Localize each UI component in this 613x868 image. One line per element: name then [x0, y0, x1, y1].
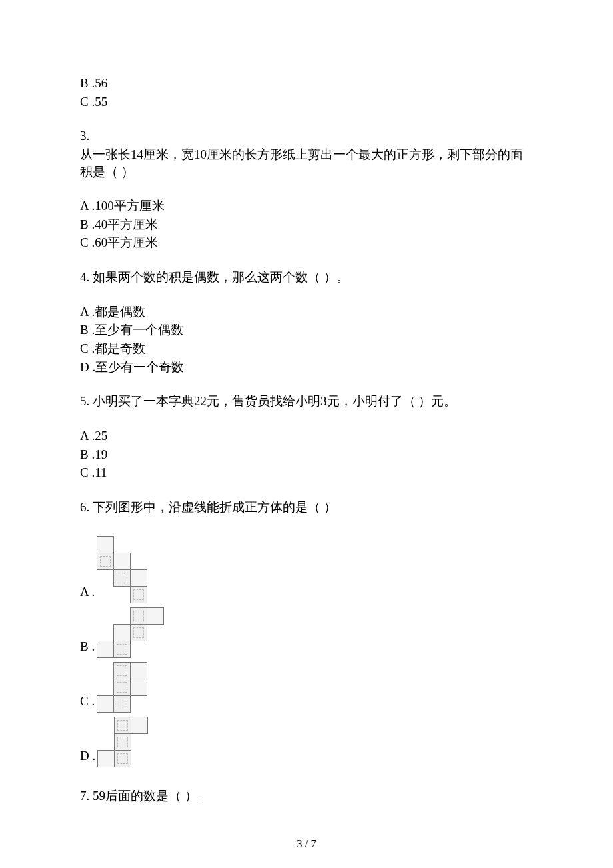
- q5-option-c: C .11: [80, 464, 533, 481]
- q6-option-d-label: D .: [80, 747, 95, 767]
- q4-option-a: A .都是偶数: [80, 303, 533, 321]
- q3-option-c: C .60平方厘米: [80, 234, 533, 251]
- q3-option-a: A .100平方厘米: [80, 197, 533, 215]
- q6-option-b-label: B .: [80, 638, 95, 658]
- q4-option-c: C .都是奇数: [80, 340, 533, 357]
- q3-text: 从一张长14厘米，宽10厘米的长方形纸上剪出一个最大的正方形，剩下部分的面积是（…: [80, 146, 533, 180]
- q5-text: 5. 小明买了一本字典22元，售货员找给小明3元，小明付了（ ）元。: [80, 393, 533, 410]
- q4-option-d: D .至少有一个奇数: [80, 359, 533, 376]
- q7-text: 7. 59后面的数是（ ）。: [80, 787, 533, 805]
- q5-option-a: A .25: [80, 427, 533, 445]
- q3-number: 3.: [80, 127, 533, 145]
- q6-option-c-label: C .: [80, 693, 95, 713]
- q5-option-b: B .19: [80, 446, 533, 463]
- q4-option-b: B .至少有一个偶数: [80, 321, 533, 339]
- q6-text: 6. 下列图形中，沿虚线能折成正方体的是（ ）: [80, 499, 533, 516]
- cube-net-d: [97, 717, 148, 767]
- cube-net-b: [97, 607, 164, 658]
- q2-option-c: C .55: [80, 93, 533, 111]
- page-footer: 3 / 7: [0, 837, 613, 852]
- q2-option-b: B .56: [80, 75, 533, 92]
- page-content: B .56 C .55 3. 从一张长14厘米，宽10厘米的长方形纸上剪出一个最…: [0, 0, 613, 804]
- document-page: B .56 C .55 3. 从一张长14厘米，宽10厘米的长方形纸上剪出一个最…: [0, 0, 613, 868]
- q3-option-b: B .40平方厘米: [80, 216, 533, 233]
- q6-option-d-row: D .: [80, 717, 533, 767]
- cube-net-c: [97, 662, 147, 713]
- q6-option-c-row: C .: [80, 662, 533, 713]
- q4-text: 4. 如果两个数的积是偶数，那么这两个数（ ）。: [80, 269, 533, 286]
- cube-net-a: [97, 536, 147, 603]
- q6-option-a-row: A .: [80, 536, 533, 603]
- q6-option-a-label: A .: [80, 583, 95, 603]
- q6-option-b-row: B .: [80, 607, 533, 658]
